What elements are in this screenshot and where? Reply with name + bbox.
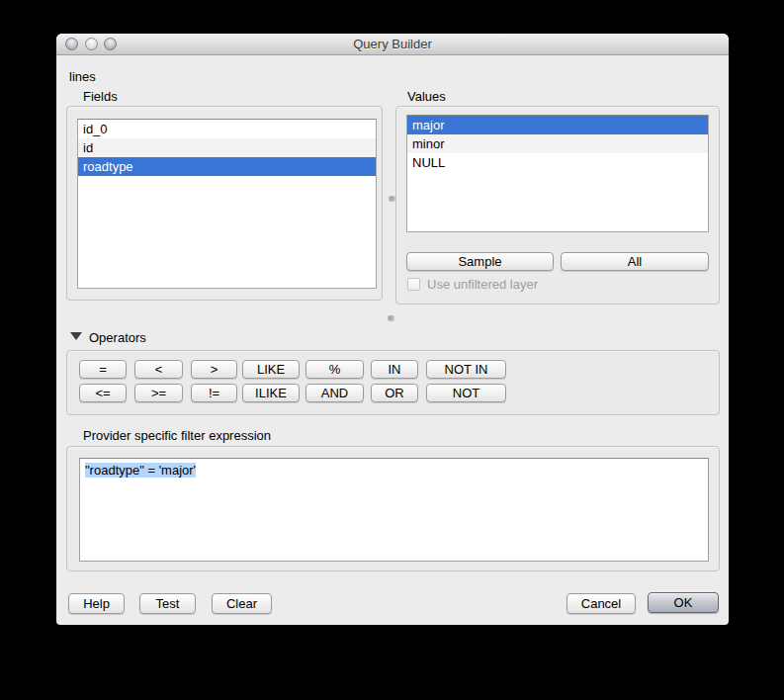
help-button[interactable]: Help [68,593,125,614]
field-item-id_0[interactable]: id_0 [78,120,376,138]
disclosure-triangle-icon[interactable] [70,332,82,340]
operator-button-percent[interactable]: % [305,360,364,379]
operator-button-not-equal[interactable]: != [191,384,237,402]
operator-button-like[interactable]: LIKE [242,360,300,379]
layer-name-label: lines [69,69,96,84]
operator-button-greater-equal[interactable]: >= [134,384,183,402]
operator-button-not[interactable]: NOT [426,384,506,402]
values-list: major minor NULL [406,115,709,232]
fields-list: id_0 id roadtype [77,119,377,289]
operator-button-in[interactable]: IN [371,360,418,379]
field-item-roadtype[interactable]: roadtype [78,157,376,176]
field-item-id[interactable]: id [78,138,376,157]
value-item-major[interactable]: major [407,116,708,134]
clear-button[interactable]: Clear [212,593,272,614]
value-item-null[interactable]: NULL [407,153,708,172]
value-item-minor[interactable]: minor [407,134,708,153]
query-builder-window: Query Builder lines Fields id_0 id roadt… [56,34,729,625]
operator-button-less-equal[interactable]: <= [79,384,127,402]
operator-button-ilike[interactable]: ILIKE [242,384,300,402]
use-unfiltered-label: Use unfiltered layer [427,277,538,292]
fields-label: Fields [83,89,118,104]
horizontal-splitter-handle[interactable] [388,315,394,321]
all-button[interactable]: All [561,252,709,271]
operator-button-or[interactable]: OR [371,384,418,402]
operators-label: Operators [89,330,146,345]
window-title: Query Builder [56,34,729,55]
operator-button-greater-than[interactable]: > [191,360,237,379]
operator-button-and[interactable]: AND [305,384,364,402]
use-unfiltered-checkbox[interactable] [407,278,420,291]
screen-background: Query Builder lines Fields id_0 id roadt… [0,0,784,700]
sample-button[interactable]: Sample [406,252,554,271]
cancel-button[interactable]: Cancel [566,593,636,614]
filter-expression-label: Provider specific filter expression [83,428,271,443]
values-label: Values [407,89,446,104]
operator-button-less-than[interactable]: < [134,360,183,379]
filter-expression-text: "roadtype" = 'major' [85,463,196,478]
operator-button-not-in[interactable]: NOT IN [426,360,506,379]
title-bar[interactable]: Query Builder [56,34,729,55]
vertical-splitter-handle[interactable] [389,196,395,202]
test-button[interactable]: Test [139,593,196,614]
ok-button[interactable]: OK [648,592,719,613]
filter-expression-input[interactable]: "roadtype" = 'major' [79,458,709,562]
operator-button-equals[interactable]: = [79,360,127,379]
